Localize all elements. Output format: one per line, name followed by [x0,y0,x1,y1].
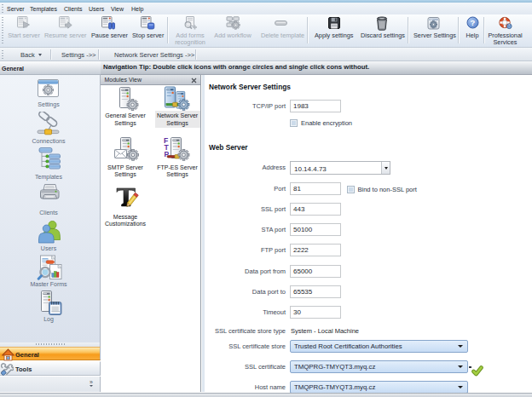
svg-text:?: ? [471,18,476,27]
